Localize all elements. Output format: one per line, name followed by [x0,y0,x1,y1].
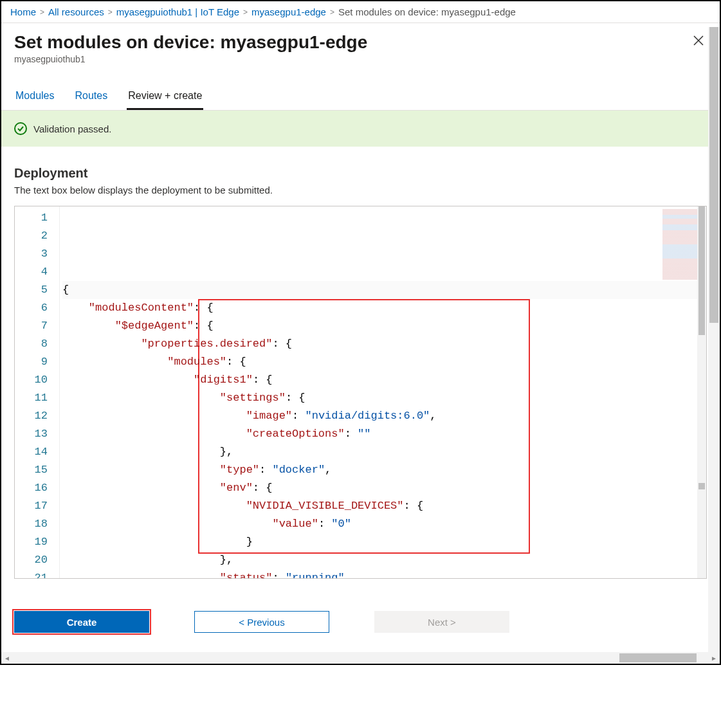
code-line: "properties.desired": { [62,335,706,353]
previous-button[interactable]: < Previous [194,611,329,633]
line-number: 13 [15,425,48,443]
line-number: 14 [15,443,48,461]
code-line: { [62,281,706,299]
scrollbar-marker [698,483,705,489]
tab-routes[interactable]: Routes [73,84,109,110]
line-number: 15 [15,461,48,479]
next-button: Next > [374,611,509,633]
code-line: "type": "docker", [62,461,706,479]
breadcrumb-all-resources[interactable]: All resources [48,6,104,17]
breadcrumb-current: Set modules on device: myasegpu1-edge [338,6,516,17]
line-number: 2 [15,227,48,245]
code-line: "modulesContent": { [62,299,706,317]
editor-content[interactable]: { "modulesContent": { "$edgeAgent": { "p… [60,206,706,578]
page-scrollbar-horizontal[interactable]: ◄ ► [1,652,720,664]
line-number: 5 [15,281,48,299]
code-line: "settings": { [62,389,706,407]
page-subtitle: myasegpuiothub1 [14,54,367,64]
editor-gutter: 123456789101112131415161718192021 [15,206,60,578]
code-line: "image": "nvidia/digits:6.0", [62,407,706,425]
code-line: "env": { [62,479,706,497]
line-number: 21 [15,569,48,579]
line-number: 7 [15,317,48,335]
line-number: 10 [15,371,48,389]
code-line: "value": "0" [62,515,706,533]
line-number: 17 [15,497,48,515]
breadcrumb-home[interactable]: Home [10,6,36,17]
tab-review-create[interactable]: Review + create [127,84,203,110]
line-number: 6 [15,299,48,317]
line-number: 3 [15,245,48,263]
page-scrollbar-vertical[interactable] [708,27,720,652]
tabs: Modules Routes Review + create [1,84,720,111]
code-line: }, [62,443,706,461]
create-button[interactable]: Create [14,611,149,633]
editor-scrollbar-vertical[interactable] [697,206,706,578]
line-number: 12 [15,407,48,425]
validation-banner: Validation passed. [1,111,720,147]
scrollbar-track[interactable] [13,652,708,664]
line-number: 19 [15,533,48,551]
breadcrumb-iothub[interactable]: myasegpuiothub1 | IoT Edge [116,6,239,17]
code-line: "createOptions": "" [62,425,706,443]
line-number: 8 [15,335,48,353]
deployment-description: The text box below displays the deployme… [14,185,707,196]
code-line: "NVIDIA_VISIBLE_DEVICES": { [62,497,706,515]
validation-message: Validation passed. [33,123,111,134]
scrollbar-thumb[interactable] [698,206,705,335]
code-line: "digits1": { [62,371,706,389]
app-frame: Home > All resources > myasegpuiothub1 |… [0,0,721,665]
content-area: Deployment The text box below displays t… [1,147,720,592]
scroll-left-icon[interactable]: ◄ [1,655,13,662]
chevron-right-icon: > [243,8,248,17]
code-line: "$edgeAgent": { [62,317,706,335]
scrollbar-thumb[interactable] [709,27,718,323]
page-title: Set modules on device: myasegpu1-edge [14,32,367,53]
line-number: 18 [15,515,48,533]
code-line: }, [62,551,706,569]
deployment-heading: Deployment [14,166,707,181]
code-line: "status": "running", [62,569,706,579]
line-number: 9 [15,353,48,371]
scroll-right-icon[interactable]: ► [708,655,720,662]
scrollbar-thumb[interactable] [619,653,697,662]
chevron-right-icon: > [330,8,334,17]
blade-header: Set modules on device: myasegpu1-edge my… [1,23,720,71]
chevron-right-icon: > [40,8,44,17]
breadcrumb: Home > All resources > myasegpuiothub1 |… [1,1,720,23]
json-editor[interactable]: 123456789101112131415161718192021 { "mod… [14,206,707,579]
line-number: 20 [15,551,48,569]
close-icon[interactable] [690,32,707,51]
tab-modules[interactable]: Modules [14,84,55,110]
breadcrumb-edge-device[interactable]: myasegpu1-edge [251,6,326,17]
line-number: 16 [15,479,48,497]
chevron-right-icon: > [108,8,113,17]
line-number: 4 [15,263,48,281]
editor-minimap[interactable] [662,209,701,280]
line-number: 1 [15,209,48,227]
checkmark-icon [14,122,27,135]
code-line: "modules": { [62,353,706,371]
footer-buttons: Create < Previous Next > [1,592,720,652]
line-number: 11 [15,389,48,407]
code-line: } [62,533,706,551]
